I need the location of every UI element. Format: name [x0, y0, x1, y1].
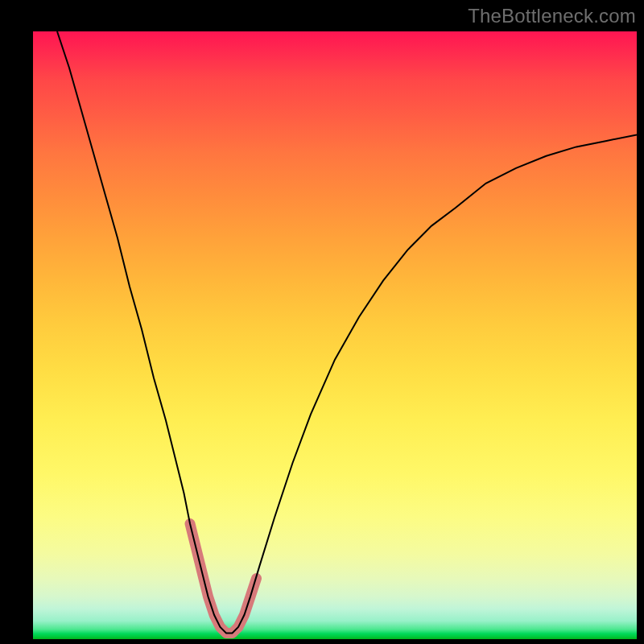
black-curve-series: [57, 31, 637, 634]
curves-svg: [33, 31, 637, 639]
pink-highlight-series: [190, 524, 257, 634]
plot-area: [33, 31, 637, 639]
chart-outer-frame: TheBottleneck.com: [0, 0, 644, 644]
watermark-text: TheBottleneck.com: [468, 5, 636, 27]
